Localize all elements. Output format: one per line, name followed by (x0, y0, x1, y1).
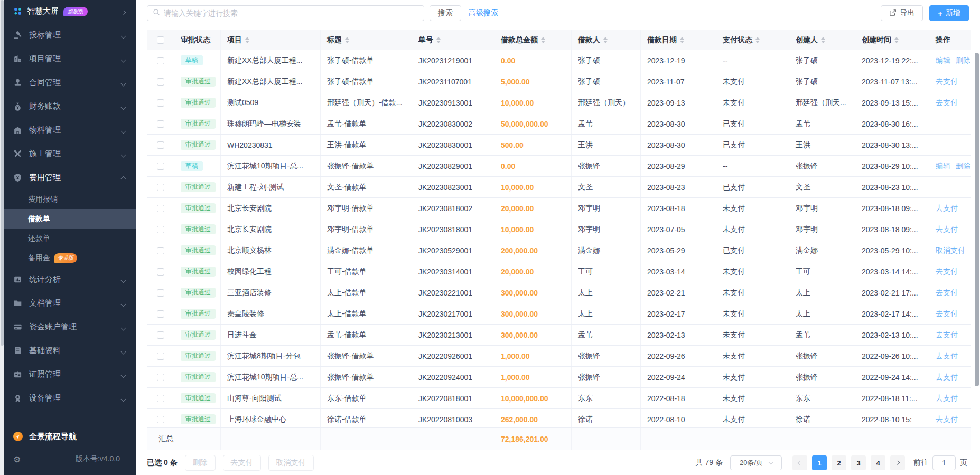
batch-button[interactable]: 去支付 (223, 455, 261, 471)
row-action-link[interactable]: 删除 (956, 162, 970, 171)
column-header-7[interactable]: 借款日期 (641, 30, 716, 50)
sidebar-scrollbar-thumb[interactable] (1, 0, 4, 346)
column-header-2[interactable]: 项目 (221, 30, 321, 50)
column-header-6[interactable]: 借款人 (572, 30, 641, 50)
row-action-link[interactable]: 去支付 (936, 373, 958, 382)
row-checkbox[interactable] (157, 78, 164, 86)
row-action-link[interactable]: 去支付 (936, 394, 958, 403)
sidebar-item-construction[interactable]: 施工管理 (4, 142, 136, 166)
row-action-link[interactable]: 删除 (956, 56, 970, 65)
sidebar-item-contract[interactable]: 合同管理 (4, 71, 136, 94)
page-button-4[interactable]: 4 (871, 455, 885, 470)
row-action-link[interactable]: 去支付 (936, 352, 958, 361)
search-button[interactable]: 搜索 (430, 5, 461, 21)
row-action-link[interactable]: 编辑 (936, 56, 950, 65)
pay-status-cell: 未支付 (716, 367, 789, 387)
created-at-cell: 2022-08-10 15: (855, 409, 929, 428)
sidebar-item-fund-accounts[interactable]: 资金账户管理 (4, 315, 136, 339)
row-checkbox[interactable] (157, 226, 164, 233)
created-at-cell: 2023-05-29 10:... (855, 240, 929, 261)
column-header-8[interactable]: 支付状态 (716, 30, 789, 50)
next-page-button[interactable] (890, 455, 905, 470)
sort-icon[interactable] (436, 37, 441, 43)
row-checkbox[interactable] (157, 205, 164, 212)
row-checkbox[interactable] (157, 310, 164, 318)
row-action-link[interactable]: 去支付 (936, 309, 958, 319)
sort-icon[interactable] (755, 37, 760, 43)
sidebar-subitem-repayment-order[interactable]: 还款单 (4, 229, 136, 248)
sidebar-item-bidding[interactable]: 投标管理 (4, 23, 136, 47)
sidebar-item-devices[interactable]: 设备管理 (4, 386, 136, 410)
sort-icon[interactable] (680, 37, 684, 43)
row-checkbox[interactable] (157, 374, 164, 381)
row-checkbox[interactable] (157, 141, 164, 149)
row-checkbox[interactable] (157, 163, 164, 170)
row-action-link[interactable]: 去支付 (936, 77, 958, 87)
sidebar-subitem-expense-reimburse[interactable]: 费用报销 (4, 189, 136, 209)
column-header-3[interactable]: 标题 (321, 30, 412, 50)
sidebar-item-statistics[interactable]: 统计分析 (4, 268, 136, 291)
gear-icon[interactable]: ⚙ (13, 454, 21, 464)
row-action-link[interactable]: 取消支付 (936, 246, 965, 255)
project-cell: 珠穆朗玛峰—电梯安装 (221, 113, 321, 134)
row-checkbox[interactable] (157, 331, 164, 339)
row-action-link[interactable]: 去支付 (936, 98, 958, 108)
row-checkbox[interactable] (157, 57, 164, 64)
sort-icon[interactable] (345, 37, 349, 43)
table-scrollbar-thumb[interactable] (975, 53, 979, 386)
row-action-link[interactable]: 去支付 (936, 204, 958, 213)
sort-icon[interactable] (821, 37, 825, 43)
export-button[interactable]: 导出 (881, 5, 923, 21)
column-header-4[interactable]: 单号 (412, 30, 494, 50)
row-checkbox[interactable] (157, 99, 164, 107)
row-action-link[interactable]: 去支付 (936, 267, 958, 277)
select-all-checkbox[interactable] (157, 36, 164, 44)
add-button[interactable]: + 新增 (929, 5, 969, 21)
row-checkbox[interactable] (157, 289, 164, 297)
row-action-link[interactable]: 编辑 (936, 162, 950, 171)
borrower-cell: 张振锋 (572, 367, 641, 387)
sort-icon[interactable] (894, 37, 899, 43)
column-header-9[interactable]: 创建人 (789, 30, 855, 50)
row-action-link[interactable]: 去支付 (936, 225, 958, 234)
row-checkbox[interactable] (157, 120, 164, 128)
advanced-search-link[interactable]: 高级搜索 (469, 8, 498, 18)
sidebar-item-finance[interactable]: 财务账款 (4, 94, 136, 118)
column-header-5[interactable]: 借款总金额 (494, 30, 572, 50)
column-header-10[interactable]: 创建时间 (855, 30, 929, 50)
sort-icon[interactable] (603, 37, 608, 43)
sidebar-item-flow-navigation[interactable]: ➤ 全景流程导航 (4, 424, 136, 449)
page-button-1[interactable]: 1 (812, 455, 827, 470)
sidebar-item-expense[interactable]: 费用管理 (4, 166, 136, 189)
page-button-3[interactable]: 3 (851, 455, 866, 470)
sidebar-subitem-loan-order[interactable]: 借款单 (4, 209, 136, 229)
row-checkbox[interactable] (157, 268, 164, 276)
goto-page-input[interactable] (932, 455, 956, 470)
sidebar-subitem-petty-cash[interactable]: 备用金专业版 (4, 248, 136, 268)
batch-button[interactable]: 删除 (185, 455, 216, 471)
page-button-2[interactable]: 2 (832, 455, 846, 470)
search-input[interactable] (164, 9, 418, 17)
row-checkbox[interactable] (157, 247, 164, 254)
creator-cell: 王洪 (789, 135, 855, 155)
row-action-link[interactable]: 去支付 (936, 288, 958, 298)
batch-button[interactable]: 取消支付 (268, 455, 314, 471)
row-checkbox[interactable] (157, 395, 164, 402)
row-action-link[interactable]: 去支付 (936, 330, 958, 340)
sidebar-menu: 投标管理项目管理合同管理财务账款物料管理施工管理费用管理费用报销借款单还款单备用… (4, 23, 136, 410)
sidebar-item-project[interactable]: 项目管理 (4, 47, 136, 71)
row-action-link[interactable]: 去支付 (936, 415, 958, 424)
row-checkbox[interactable] (157, 353, 164, 360)
sidebar-brand[interactable]: 智慧大屏 旗舰版 (4, 0, 136, 23)
row-checkbox[interactable] (157, 416, 164, 423)
sort-icon[interactable] (245, 37, 249, 43)
sort-icon[interactable] (541, 37, 545, 43)
sidebar-item-base-data[interactable]: 基础资料 (4, 339, 136, 363)
page-size-select[interactable]: 20条/页 (730, 455, 782, 470)
sidebar-item-licenses[interactable]: 证照管理 (4, 363, 136, 386)
prev-page-button[interactable] (792, 455, 807, 470)
row-checkbox[interactable] (157, 184, 164, 191)
sidebar-item-documents[interactable]: 文档管理 (4, 291, 136, 315)
sidebar-item-materials[interactable]: 物料管理 (4, 118, 136, 142)
sidebar-scrollbar[interactable] (0, 0, 4, 475)
